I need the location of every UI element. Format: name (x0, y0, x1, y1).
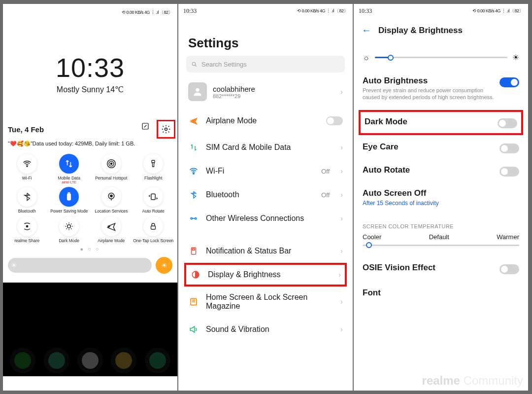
setting-auto-rotate[interactable]: Auto Rotate (354, 160, 528, 183)
loc-icon (101, 187, 121, 207)
row-label: Home Screen & Lock Screen Magazine (206, 293, 333, 311)
back-icon[interactable]: ← (362, 25, 371, 36)
tile-label: Wi-Fi (6, 176, 48, 180)
edit-icon[interactable] (139, 120, 152, 133)
qs-tile-rotate[interactable]: Auto Rotate (133, 187, 175, 214)
date-label: Tue, 4 Feb (8, 125, 44, 134)
status-bar: 10:33 ⟲ 0.00 KB/s 4G ⋮ .ıl 〔82〕 (354, 4, 528, 18)
settings-highlight (157, 120, 175, 139)
settings-row-wifi[interactable]: Wi-FiOff› (178, 159, 353, 183)
torch-icon (143, 154, 163, 174)
share-icon (17, 216, 37, 236)
search-input[interactable]: Search Settings (186, 56, 345, 72)
setting-dark-mode[interactable]: Dark Mode (361, 112, 521, 133)
setting-label: Auto Rotate (363, 165, 495, 175)
brightness-slider[interactable]: ☀ ☀ (3, 252, 177, 281)
settings-row-plane[interactable]: Airplane Mode (178, 109, 353, 133)
toggle[interactable] (499, 167, 519, 177)
qs-tile-swap[interactable]: Mobile Data airtel LTE (48, 154, 91, 184)
svg-point-19 (195, 217, 197, 219)
svg-point-10 (110, 195, 112, 197)
status-icons: ⟲ 0.00 KB/s 4G ⋮ .ıl 〔82〕 (297, 8, 348, 14)
bt-icon (188, 189, 199, 200)
panel-display-brightness: 10:33 ⟲ 0.00 KB/s 4G ⋮ .ıl 〔82〕 ← Displa… (354, 4, 528, 391)
sound-icon (188, 324, 199, 335)
qs-tile-hotspot[interactable]: Personal Hotspot (90, 154, 133, 184)
settings-row-wireless[interactable]: Other Wireless Connections› (178, 207, 353, 230)
chevron-right-icon: › (340, 167, 343, 175)
tile-sublabel: airtel LTE (48, 180, 91, 184)
svg-rect-8 (68, 193, 70, 194)
temp-default-label: Default (429, 233, 449, 241)
settings-row-sound[interactable]: Sound & Vibration› (178, 318, 353, 341)
qs-tile-wifi[interactable]: Wi-Fi (6, 154, 48, 184)
toggle[interactable] (326, 116, 343, 125)
page-dots: ● ○ ○ (3, 246, 177, 252)
app-phone-icon[interactable] (10, 348, 35, 373)
profile-row[interactable]: coolabhihere 882******29 › (186, 78, 345, 105)
svg-point-2 (27, 166, 28, 167)
svg-rect-11 (151, 194, 155, 200)
tile-label: Mobile Data (48, 176, 91, 180)
qs-tile-share[interactable]: realme Share (6, 216, 48, 243)
qs-tile-loc[interactable]: Location Services (90, 187, 133, 214)
plane-icon (188, 115, 199, 126)
svg-point-1 (165, 128, 167, 131)
temp-cooler-label: Cooler (363, 233, 381, 241)
wireless-icon (188, 213, 199, 224)
qs-tile-battery[interactable]: Power Saving Mode (48, 187, 91, 214)
color-temp-slider[interactable] (354, 241, 528, 249)
app-store-icon[interactable] (111, 348, 136, 373)
qs-tile-dark[interactable]: Dark Mode (48, 216, 91, 243)
avatar-icon (188, 82, 207, 101)
status-time: 10:33 (183, 7, 197, 15)
lockscreen-clock: 10:33 (3, 52, 177, 83)
chevron-right-icon: › (340, 191, 343, 199)
qs-tile-plane[interactable]: Airplane Mode (90, 216, 133, 243)
watermark: realme Community (422, 374, 523, 388)
toggle[interactable] (498, 118, 517, 128)
tile-label: One-Tap Lock Screen (133, 238, 175, 243)
dark-icon (59, 216, 79, 236)
svg-point-12 (26, 225, 28, 227)
gear-icon[interactable] (160, 123, 172, 136)
osie-label: OSIE Vision Effect (363, 263, 495, 273)
auto-brightness-label: Auto Brightness (363, 76, 495, 86)
row-label: Display & Brightness (208, 270, 332, 279)
osie-toggle[interactable] (499, 264, 519, 274)
brightness-slider[interactable]: ☼ ☀ (354, 39, 528, 71)
status-icons: ⟲ 0.00 KB/s 4G ⋮ .ıl 〔82〕 (122, 9, 172, 16)
setting-eye-care[interactable]: Eye Care (354, 137, 528, 160)
toggle[interactable] (499, 143, 519, 153)
sun-bright-icon: ☀ (512, 53, 519, 62)
temp-warmer-label: Warmer (497, 233, 519, 241)
app-messages-icon[interactable] (44, 348, 69, 373)
settings-row-display[interactable]: Display & Brightness› (184, 263, 347, 287)
qs-tile-lock[interactable]: One-Tap Lock Screen (133, 216, 175, 243)
svg-point-15 (192, 62, 196, 66)
qs-tile-bt[interactable]: Bluetooth (6, 187, 48, 214)
lockscreen-weather: Mostly Sunny 14℃ (3, 85, 177, 94)
app-music-icon[interactable] (145, 348, 170, 373)
app-browser-icon[interactable] (77, 348, 103, 373)
chevron-right-icon: › (340, 88, 343, 96)
settings-row-sim[interactable]: SIM Card & Mobile Data› (178, 136, 353, 159)
tile-label: Personal Hotspot (90, 176, 133, 180)
tile-label: Dark Mode (48, 238, 91, 243)
search-icon (191, 61, 198, 68)
profile-name: coolabhihere (213, 85, 334, 93)
row-value: Off (321, 191, 330, 199)
svg-rect-21 (193, 249, 195, 251)
qs-tile-torch[interactable]: Flashlight (133, 154, 175, 184)
chevron-right-icon: › (338, 271, 341, 279)
auto-brightness-toggle[interactable] (499, 77, 519, 87)
auto-brightness-toggle[interactable]: ☀ (156, 257, 172, 274)
setting-auto-screen-off[interactable]: Auto Screen OffAfter 15 Seconds of inact… (354, 183, 528, 214)
svg-rect-6 (152, 160, 155, 163)
tile-label: Power Saving Mode (48, 209, 91, 214)
chevron-right-icon: › (340, 325, 343, 333)
settings-row-bt[interactable]: BluetoothOff› (178, 183, 353, 207)
settings-row-notif[interactable]: Notification & Status Bar› (178, 239, 353, 263)
settings-row-home[interactable]: Home Screen & Lock Screen Magazine› (178, 287, 353, 318)
svg-rect-7 (67, 194, 71, 200)
